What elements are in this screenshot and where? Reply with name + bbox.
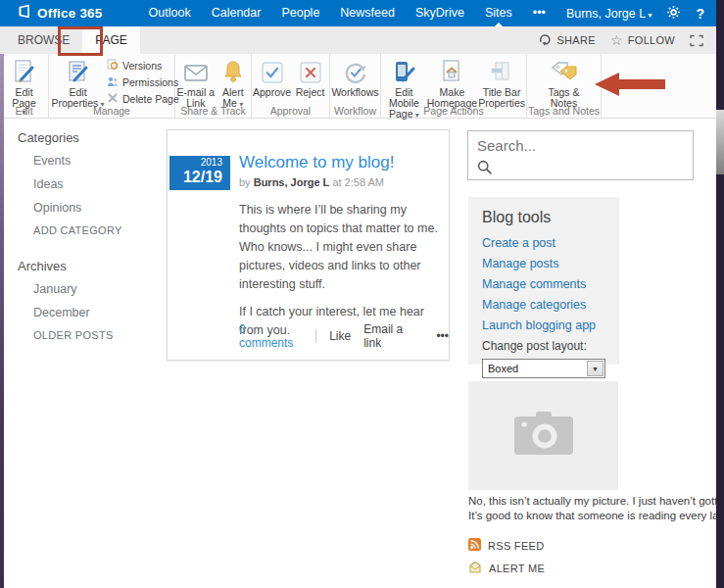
help-icon[interactable]: ? — [696, 6, 704, 22]
versions-button[interactable]: Versions — [107, 59, 173, 73]
ribbon-group-share-track: E-mail a Link Alert Me Share & Track — [175, 54, 252, 118]
post-layout-value: Boxed — [483, 363, 587, 374]
edit-properties-icon — [66, 58, 91, 87]
approve-button[interactable]: Approve — [253, 57, 291, 98]
nav-more-ellipsis[interactable]: ••• — [532, 0, 547, 26]
alert-envelope-icon — [468, 561, 482, 575]
title-bar-properties-button[interactable]: Title Bar Properties — [478, 57, 525, 109]
group-label-approval: Approval — [252, 105, 329, 117]
category-ideas[interactable]: Ideas — [18, 177, 160, 191]
reject-icon — [298, 58, 323, 87]
dropdown-arrow-icon[interactable] — [587, 361, 603, 376]
launch-blogging-app-link[interactable]: Launch blogging app — [482, 318, 611, 332]
ribbon-group-approval: Approve Reject Approval — [252, 54, 330, 118]
group-label-page-actions: Page Actions — [381, 105, 526, 117]
nav-newsfeed[interactable]: Newsfeed — [339, 0, 396, 26]
share-button[interactable]: SHARE — [539, 33, 595, 48]
post-footer: 0 comments Like Email a link ••• — [239, 322, 449, 350]
rss-feed-link[interactable]: RSS FEED — [468, 538, 544, 553]
share-sync-icon — [539, 33, 552, 48]
office365-blog-page: Office 365 Outlook Calendar People Newsf… — [0, 0, 724, 588]
manage-categories-link[interactable]: Manage categories — [482, 298, 611, 312]
alert-me-link[interactable]: ALERT ME — [468, 561, 545, 575]
brand-text: Office 365 — [37, 6, 103, 21]
older-posts-link[interactable]: OLDER POSTS — [18, 329, 160, 341]
permissions-button[interactable]: Permissions — [107, 75, 173, 89]
nav-people[interactable]: People — [280, 0, 320, 26]
make-homepage-icon — [439, 58, 464, 87]
post-paragraph: This is where I’ll be sharing my thought… — [239, 201, 448, 294]
search-icon[interactable] — [477, 160, 493, 179]
scrollbar[interactable] — [716, 0, 724, 588]
ribbon-group-tags-notes: Tags & Notes Tags and Notes — [527, 54, 602, 118]
reject-button[interactable]: Reject — [292, 57, 328, 98]
annotation-arrow-icon — [594, 71, 666, 102]
change-post-layout-label: Change post layout: — [482, 339, 611, 353]
alert-me-button[interactable]: Alert Me — [217, 57, 250, 110]
archives-heading: Archives — [18, 259, 160, 273]
alert-bell-icon — [222, 58, 244, 87]
workflows-icon — [343, 58, 368, 87]
post-date: 12/19 — [169, 169, 222, 186]
camera-icon — [512, 412, 575, 461]
edit-properties-button[interactable]: Edit Properties — [50, 57, 106, 110]
ribbon-group-page-actions: Edit Mobile Page Make Homepage Title Bar… — [381, 54, 527, 118]
search-box[interactable] — [467, 130, 694, 180]
post-layout-dropdown[interactable]: Boxed — [482, 359, 605, 378]
make-homepage-button[interactable]: Make Homepage — [427, 57, 477, 109]
nav-calendar[interactable]: Calendar — [211, 0, 263, 26]
blog-post-card: 2013 12/19 Welcome to my blog! by Burns,… — [167, 129, 450, 361]
manage-comments-link[interactable]: Manage comments — [482, 277, 611, 291]
nav-skydrive[interactable]: SkyDrive — [414, 0, 465, 26]
user-menu[interactable]: Burns, Jorge L — [566, 7, 652, 21]
post-more-button[interactable]: ••• — [436, 329, 449, 343]
tabrow-right-actions: SHARE FOLLOW — [539, 26, 716, 54]
ribbon-group-manage: Edit Properties Versions Permissions — [49, 54, 175, 118]
background-window-edge — [0, 54, 4, 588]
scrollbar-thumb[interactable] — [716, 110, 724, 174]
follow-star-icon — [610, 32, 623, 48]
post-byline: by Burns, Jorge L at 2:58 AM — [239, 176, 384, 188]
email-link-button[interactable]: E-mail a Link — [176, 57, 216, 109]
group-label-edit: Edit — [0, 105, 48, 117]
comments-link[interactable]: 0 comments — [239, 322, 303, 350]
follow-button[interactable]: FOLLOW — [610, 32, 675, 48]
category-opinions[interactable]: Opinions — [18, 201, 160, 215]
email-a-link-button[interactable]: Email a link — [363, 322, 423, 350]
add-category-link[interactable]: ADD CATEGORY — [18, 224, 160, 236]
user-area: Burns, Jorge L ? — [566, 5, 716, 23]
gear-icon[interactable] — [666, 5, 681, 23]
group-label-tags-notes: Tags and Notes — [527, 105, 601, 117]
tags-notes-button[interactable]: Tags & Notes — [543, 57, 586, 109]
delete-page-icon — [107, 92, 119, 106]
archive-january[interactable]: January — [18, 282, 160, 296]
category-events[interactable]: Events — [18, 154, 160, 168]
focus-mode-icon[interactable] — [690, 34, 703, 47]
post-author-link[interactable]: Burns, Jorge L — [254, 176, 330, 188]
nav-outlook[interactable]: Outlook — [148, 0, 192, 26]
office365-logo[interactable]: Office 365 — [0, 4, 103, 23]
manage-small-buttons: Versions Permissions Delete Page — [107, 57, 173, 106]
blog-tools-panel: Blog tools Create a post Manage posts Ma… — [468, 197, 619, 365]
ribbon-group-edit: Edit Page Edit — [0, 54, 49, 118]
blog-tools-heading: Blog tools — [482, 209, 611, 226]
group-label-share-track: Share & Track — [175, 105, 251, 117]
permissions-icon — [107, 75, 119, 89]
search-input[interactable] — [468, 131, 674, 154]
like-button[interactable]: Like — [329, 329, 351, 343]
nav-sites[interactable]: Sites — [484, 0, 513, 26]
group-label-manage: Manage — [49, 105, 174, 117]
suite-bar: Office 365 Outlook Calendar People Newsf… — [0, 0, 716, 26]
archive-december[interactable]: December — [18, 306, 160, 319]
workflows-button[interactable]: Workflows — [331, 57, 379, 98]
post-date-badge: 2013 12/19 — [169, 156, 230, 190]
photo-caption: No, this isn’t actually my picture. I ju… — [468, 494, 716, 522]
post-title-link[interactable]: Welcome to my blog! — [239, 153, 394, 172]
tags-notes-icon — [550, 58, 579, 87]
group-label-workflow: Workflow — [330, 105, 380, 117]
manage-posts-link[interactable]: Manage posts — [482, 257, 611, 270]
alert-me-label: ALERT ME — [489, 563, 545, 574]
delete-page-button[interactable]: Delete Page — [107, 92, 173, 106]
versions-icon — [107, 59, 119, 73]
create-post-link[interactable]: Create a post — [482, 236, 611, 250]
